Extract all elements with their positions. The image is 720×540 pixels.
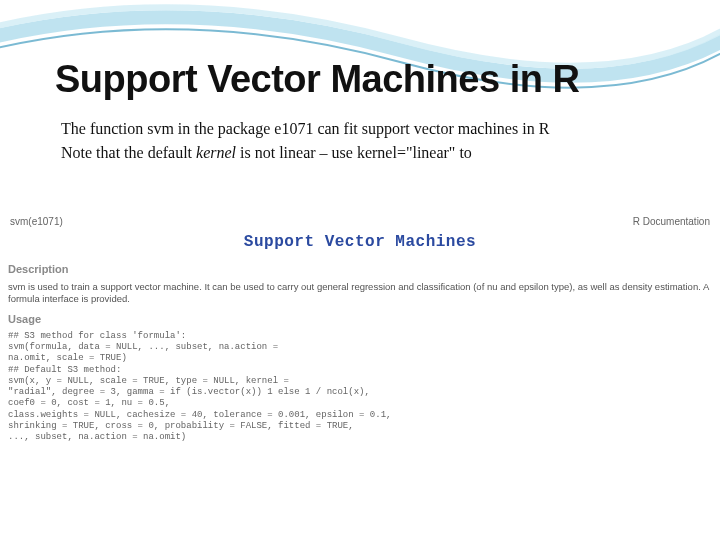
kernel-emphasis: kernel: [196, 144, 236, 161]
slide-title: Support Vector Machines in R: [55, 60, 665, 100]
rdoc-description-text: svm is used to train a support vector ma…: [8, 281, 712, 305]
rdoc-package: svm(e1071): [10, 216, 63, 227]
body-line-2: Note that the default kernel is not line…: [55, 142, 665, 164]
body-line-1: The function svm in the package e1071 ca…: [55, 118, 665, 140]
r-help-panel: svm(e1071) R Documentation Support Vecto…: [8, 216, 712, 443]
text-fragment: can fit support vector machines in R: [313, 120, 549, 137]
rdoc-section-usage: Usage: [8, 313, 712, 325]
rdoc-section-description: Description: [8, 263, 712, 275]
rdoc-title: Support Vector Machines: [8, 233, 712, 251]
text-fragment: The function svm in the package e: [61, 120, 281, 137]
text-fragment: is not linear – use kernel="linear" to: [236, 144, 472, 161]
rdoc-usage-code: ## S3 method for class 'formula': svm(fo…: [8, 331, 712, 444]
rdoc-source: R Documentation: [633, 216, 710, 227]
text-fragment: 1071: [281, 120, 313, 137]
text-fragment: Note that the default: [61, 144, 196, 161]
